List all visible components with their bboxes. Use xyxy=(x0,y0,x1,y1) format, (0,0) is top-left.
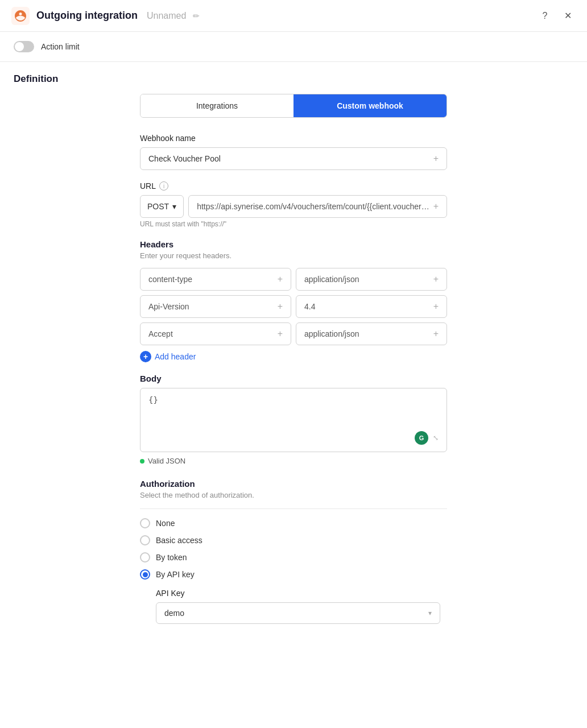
form-area: Webhook name Check Voucher Pool + URL i … xyxy=(140,134,447,624)
header-key-0[interactable]: content-type + xyxy=(140,268,291,291)
action-limit-label: Action limit xyxy=(41,42,80,51)
help-button[interactable]: ? xyxy=(537,8,553,24)
method-chevron: ▾ xyxy=(172,202,176,211)
action-limit-bar: Action limit xyxy=(0,32,587,62)
header-key-0-add-icon[interactable]: + xyxy=(278,274,283,284)
header-row-0: content-type + application/json + xyxy=(140,268,447,291)
header-key-1[interactable]: Api-Version + xyxy=(140,295,291,318)
svg-rect-0 xyxy=(11,7,30,25)
radio-basic[interactable]: Basic access xyxy=(140,535,447,545)
url-row: POST ▾ https://api.synerise.com/v4/vouch… xyxy=(140,195,447,218)
definition-section-title: Definition xyxy=(14,73,573,85)
api-key-select[interactable]: demo ▾ xyxy=(156,602,440,624)
header-right: ? ✕ xyxy=(537,8,576,24)
headers-group: Headers Enter your request headers. cont… xyxy=(140,239,447,362)
tab-group: Integrations Custom webhook xyxy=(140,94,447,118)
auth-title: Authorization xyxy=(140,479,447,489)
page-subtitle: Unnamed xyxy=(147,11,186,21)
url-value: https://api.synerise.com/v4/vouchers/ite… xyxy=(197,202,433,211)
help-icon: ? xyxy=(543,11,548,21)
body-group: Body {} G ⤡ Valid JSON xyxy=(140,374,447,465)
webhook-name-label: Webhook name xyxy=(140,134,447,143)
header-value-1-add-icon[interactable]: + xyxy=(433,301,439,312)
add-header-button[interactable]: + Add header xyxy=(140,351,196,362)
header-value-2-add-icon[interactable]: + xyxy=(433,329,439,339)
header-row-2: Accept + application/json + xyxy=(140,322,447,345)
webhook-name-add-icon[interactable]: + xyxy=(433,154,439,164)
action-limit-toggle[interactable] xyxy=(14,41,34,52)
header-key-2-add-icon[interactable]: + xyxy=(278,329,283,339)
page-title: Outgoing integration xyxy=(36,10,138,22)
header-key-1-add-icon[interactable]: + xyxy=(278,301,283,312)
radio-label-basic: Basic access xyxy=(156,536,202,545)
radio-circle-by-api-key xyxy=(140,569,150,580)
radio-label-by-token: By token xyxy=(156,553,187,562)
grammarly-icon: G xyxy=(415,431,428,445)
header-value-0-add-icon[interactable]: + xyxy=(433,274,439,284)
api-key-chevron: ▾ xyxy=(428,609,432,617)
webhook-name-value: Check Voucher Pool xyxy=(148,154,221,163)
headers-subtitle: Enter your request headers. xyxy=(140,251,447,260)
radio-by-api-key[interactable]: By API key xyxy=(140,569,447,580)
radio-by-token[interactable]: By token xyxy=(140,552,447,562)
webhook-name-group: Webhook name Check Voucher Pool + xyxy=(140,134,447,170)
resize-icon[interactable]: ⤡ xyxy=(433,434,439,442)
body-textarea-wrap: {} G ⤡ xyxy=(140,388,447,452)
url-hint: URL must start with "https://" xyxy=(140,220,447,228)
radio-circle-by-token xyxy=(140,552,150,562)
url-info-icon[interactable]: i xyxy=(159,181,168,191)
header-value-1[interactable]: 4.4 + xyxy=(296,295,447,318)
auth-divider xyxy=(140,508,447,509)
url-input[interactable]: https://api.synerise.com/v4/vouchers/ite… xyxy=(188,195,447,218)
method-value: POST xyxy=(147,202,169,211)
radio-circle-none xyxy=(140,518,150,528)
api-key-label: API Key xyxy=(156,589,447,598)
headers-title: Headers xyxy=(140,239,447,249)
header-row-1: Api-Version + 4.4 + xyxy=(140,295,447,318)
main-content: Definition Integrations Custom webhook W… xyxy=(0,62,587,635)
edit-icon[interactable]: ✏ xyxy=(193,11,200,20)
body-label: Body xyxy=(140,374,447,383)
valid-dot xyxy=(140,459,144,464)
headers-grid: content-type + application/json + Api-Ve… xyxy=(140,268,447,345)
radio-label-none: None xyxy=(156,519,175,528)
url-group: URL i POST ▾ https://api.synerise.com/v4… xyxy=(140,181,447,228)
webhook-name-input[interactable]: Check Voucher Pool + xyxy=(140,147,447,170)
radio-circle-basic xyxy=(140,535,150,545)
url-add-icon[interactable]: + xyxy=(433,201,439,212)
add-circle-icon: + xyxy=(140,351,151,362)
body-textarea[interactable]: {} xyxy=(148,395,439,429)
api-key-section: API Key demo ▾ xyxy=(140,589,447,624)
header: Outgoing integration Unnamed ✏ ? ✕ xyxy=(0,0,587,32)
valid-json-label: Valid JSON xyxy=(148,457,185,465)
header-left: Outgoing integration Unnamed ✏ xyxy=(11,7,200,25)
radio-none[interactable]: None xyxy=(140,518,447,528)
tab-integrations[interactable]: Integrations xyxy=(140,94,294,117)
header-value-2[interactable]: application/json + xyxy=(296,322,447,345)
api-key-value: demo xyxy=(164,609,184,618)
url-label: URL i xyxy=(140,181,447,191)
authorization-section: Authorization Select the method of autho… xyxy=(140,479,447,624)
close-icon: ✕ xyxy=(564,10,572,21)
radio-label-by-api-key: By API key xyxy=(156,570,195,579)
add-header-label: Add header xyxy=(155,352,196,361)
body-footer: G ⤡ xyxy=(148,431,439,445)
valid-json-status: Valid JSON xyxy=(140,457,447,465)
header-value-0[interactable]: application/json + xyxy=(296,268,447,291)
tab-custom-webhook[interactable]: Custom webhook xyxy=(294,94,447,117)
radio-group: None Basic access By token By API key xyxy=(140,518,447,580)
auth-subtitle: Select the method of authorization. xyxy=(140,491,447,499)
method-select[interactable]: POST ▾ xyxy=(140,195,184,218)
close-button[interactable]: ✕ xyxy=(560,8,576,24)
header-key-2[interactable]: Accept + xyxy=(140,322,291,345)
logo-icon xyxy=(11,7,30,25)
